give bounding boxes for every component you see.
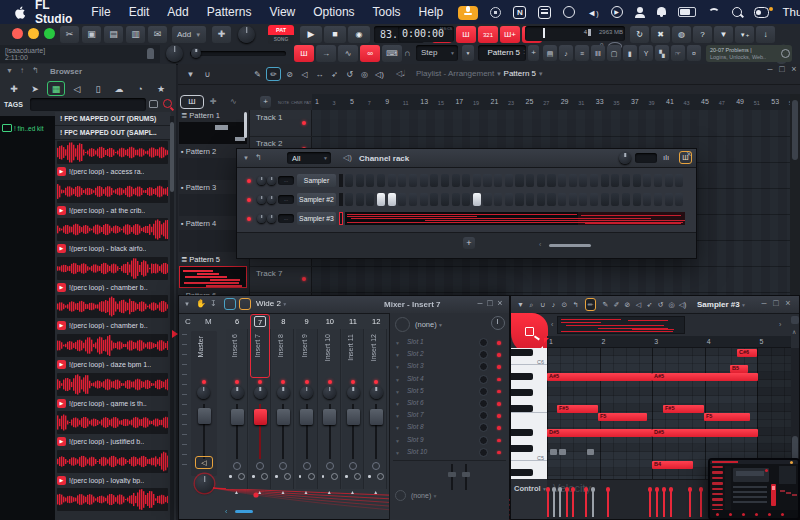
pattern-item[interactable]: ≣ Pattern 1 — [181, 111, 247, 120]
pr-undo-icon[interactable]: ↰ — [570, 298, 581, 311]
tags-search-input[interactable] — [30, 98, 146, 111]
browser-send-tab[interactable]: ➤ — [26, 81, 44, 96]
step-cell[interactable] — [441, 174, 449, 187]
step-cell[interactable] — [537, 174, 545, 187]
strip-clock-icon[interactable] — [354, 473, 361, 480]
sample-play-button[interactable]: ▶ — [57, 244, 66, 253]
bottom-dropdown[interactable]: (none) ▼ — [411, 492, 438, 499]
black-key[interactable] — [511, 469, 533, 476]
step-cell[interactable] — [633, 174, 641, 187]
strip-fader-cap[interactable] — [370, 409, 383, 425]
step-cell[interactable] — [569, 193, 577, 206]
step-cell[interactable] — [473, 174, 481, 187]
record-button[interactable]: ◉ — [348, 26, 370, 43]
slot-name[interactable]: Slot 4 — [407, 375, 424, 382]
strip-pan-knob[interactable] — [300, 386, 313, 399]
mini-fader-cap[interactable] — [448, 472, 456, 477]
stereo-icon[interactable] — [233, 462, 241, 470]
step-cell[interactable] — [611, 193, 619, 206]
step-cell[interactable] — [569, 174, 577, 187]
pr-wand-icon[interactable]: ➶ — [644, 298, 655, 311]
stop-button[interactable]: ■ — [324, 26, 346, 43]
sample-item[interactable]: ▶!(perc loop) - daze bpm 1.. — [55, 333, 171, 371]
keyboard-editor-icon[interactable]: Ш — [679, 151, 692, 164]
slot-led[interactable] — [497, 402, 501, 406]
channel-mute-led[interactable] — [247, 217, 251, 221]
toolbar-typing-keyboard-icon[interactable]: ⌨ — [382, 45, 402, 62]
step-cell[interactable] — [558, 174, 566, 187]
pr-target-icon[interactable]: ⊙ — [559, 298, 570, 311]
strip-fader-cap[interactable] — [254, 409, 267, 425]
sample-item[interactable]: ▶!(perc loop) - chamber b.. — [55, 256, 171, 294]
strip-name-box[interactable]: Insert 9 — [301, 334, 313, 376]
control-center-icon[interactable] — [754, 7, 769, 18]
toolbar-slide-icon[interactable]: ∿ — [338, 45, 358, 62]
step-cell[interactable] — [441, 193, 449, 206]
strip-fader-cap[interactable] — [231, 409, 244, 425]
strip-number[interactable]: 12 — [370, 316, 382, 327]
master-led[interactable] — [202, 380, 206, 384]
play-button[interactable]: ▶ — [300, 26, 322, 43]
strip-pan-knob[interactable] — [231, 386, 244, 399]
strip-arrow-icon[interactable]: ▲ — [280, 489, 285, 495]
shazam-icon[interactable] — [563, 6, 575, 18]
black-key[interactable] — [511, 389, 533, 396]
midi-note[interactable]: D#5 — [547, 429, 652, 437]
strip-number[interactable]: 11 — [347, 316, 359, 327]
toolbar-channel-rack-button[interactable]: ≡ — [575, 45, 589, 61]
slot-arrow-icon[interactable]: ▼ — [395, 352, 400, 358]
mixer-layout-preset[interactable]: Wide 2 ▼ — [256, 299, 287, 308]
strip-arrow-icon[interactable]: ▲ — [350, 489, 355, 495]
track-name[interactable]: Track 1 — [256, 113, 282, 122]
song-dropdown-icon[interactable]: ▼ — [462, 45, 474, 61]
help-icon[interactable]: ? — [693, 26, 712, 43]
blend-notes-icon[interactable]: Ш+ — [500, 26, 520, 43]
channel-volume-knob[interactable] — [267, 195, 276, 204]
mixer-scroll-left-icon[interactable]: ‹ — [225, 508, 227, 515]
pr-pencil-icon[interactable]: ✎ — [600, 298, 611, 311]
toolbar-plugin-picker-button[interactable]: Y — [639, 45, 653, 61]
volume-icon[interactable]: ◄) — [587, 5, 598, 19]
browser-file-tab[interactable]: ▯ — [89, 81, 107, 96]
picker-auto-toggle[interactable]: ∿ — [230, 97, 237, 106]
rack-swing-display[interactable] — [635, 153, 657, 163]
step-cell[interactable] — [665, 174, 673, 187]
browser-history-tab[interactable]: ◔ — [131, 81, 149, 96]
step-cell[interactable] — [388, 193, 396, 206]
mixer-fx-icon[interactable] — [239, 298, 251, 310]
rack-speaker-icon[interactable]: ◁) — [343, 153, 352, 162]
velocity-dot[interactable] — [699, 487, 704, 492]
velocity-dot[interactable] — [655, 487, 660, 492]
velocity-dot[interactable] — [688, 487, 693, 492]
sample-item[interactable]: ▶!(perc loop) - black airfo.. — [55, 217, 171, 255]
pattern-add-button[interactable]: + — [528, 45, 539, 61]
speaker-icon[interactable]: ◁𝅘𝅥 — [396, 69, 405, 79]
mixer-hand-icon[interactable]: ✋ — [196, 299, 206, 308]
step-cell[interactable] — [654, 174, 662, 187]
strip-dot[interactable] — [322, 475, 325, 478]
step-cell[interactable] — [590, 174, 598, 187]
record-mic-icon[interactable]: ◍ — [672, 26, 691, 43]
slot-name[interactable]: Slot 1 — [407, 338, 424, 345]
preview-scroll-right-icon[interactable]: › — [779, 321, 781, 328]
pattern-preview[interactable] — [179, 122, 247, 144]
shuffle-knob[interactable] — [238, 26, 255, 43]
playlist-wand-icon[interactable]: ➶ — [327, 67, 342, 81]
nav-up-icon[interactable]: ↑ — [20, 66, 24, 75]
screen-play-icon[interactable]: ▶ — [611, 6, 623, 18]
channel-mute-led[interactable] — [247, 179, 251, 183]
toolbar-link-controller-icon[interactable]: ∞ — [360, 45, 380, 62]
strip-pan-knob[interactable] — [347, 386, 360, 399]
toolbar-performance-button[interactable]: ▚ — [655, 45, 669, 61]
pat-song-toggle[interactable]: PATSONG — [268, 25, 294, 44]
step-cell[interactable] — [462, 193, 470, 206]
slot-knob[interactable] — [479, 338, 488, 347]
velocity-stem[interactable] — [689, 489, 691, 517]
picker-piano-toggle[interactable]: Ш — [180, 95, 204, 109]
channel-target-display[interactable]: ... — [278, 214, 294, 223]
menubar-item-tools[interactable]: Tools — [373, 5, 401, 19]
sample-item[interactable]: ▶!(perc loop) - at the crib.. — [55, 179, 171, 217]
clipboard-icon[interactable]: ▥ — [126, 26, 145, 43]
strip-arrow-icon[interactable]: ▲ — [234, 489, 239, 495]
tags-label[interactable]: TAGS — [4, 101, 23, 108]
